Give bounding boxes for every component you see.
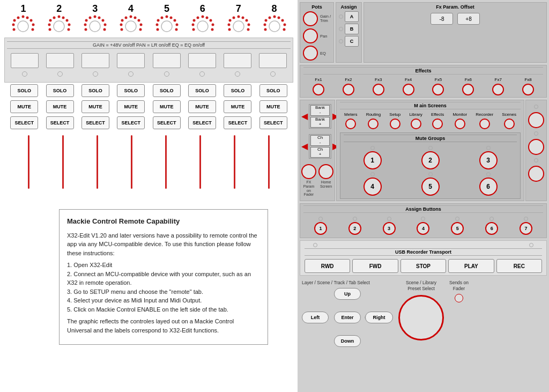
effect-fx4-knob[interactable]: [403, 84, 414, 95]
screen-setup-knob[interactable]: [390, 119, 400, 129]
transport-play-btn[interactable]: PLAY: [448, 259, 494, 273]
select-4[interactable]: SELECT: [117, 116, 145, 129]
fader-6[interactable]: [188, 53, 216, 68]
assign-a-btn[interactable]: A: [345, 11, 359, 22]
nav-enter-btn[interactable]: Enter: [334, 312, 361, 323]
assign-btn-6-knob[interactable]: 6: [485, 222, 498, 235]
solo-2[interactable]: SOLO: [46, 84, 74, 97]
solo-5[interactable]: SOLO: [153, 84, 181, 97]
mute-5[interactable]: MUTE: [153, 100, 181, 113]
effect-fx2-knob[interactable]: [343, 84, 354, 95]
transport-stop-btn[interactable]: STOP: [400, 259, 446, 273]
screen-routing-knob[interactable]: [368, 119, 379, 129]
mute-3[interactable]: MUTE: [81, 100, 109, 113]
select-7[interactable]: SELECT: [224, 116, 251, 129]
transport-fwd-btn[interactable]: FWD: [352, 259, 398, 273]
fader-1[interactable]: [11, 53, 39, 68]
assign-btn-1-knob[interactable]: 1: [314, 222, 327, 235]
effect-fx6-knob[interactable]: [462, 84, 474, 95]
fader-4[interactable]: [117, 53, 145, 68]
mute-8[interactable]: MUTE: [259, 100, 287, 113]
bank-minus-btn[interactable]: Bank-: [310, 105, 330, 116]
extra-knob-1[interactable]: [528, 112, 544, 128]
svg-point-27: [85, 19, 88, 21]
select-1[interactable]: SELECT: [10, 116, 38, 129]
svg-point-21: [94, 15, 97, 18]
fader-5[interactable]: [153, 53, 181, 68]
screen-monitor-knob[interactable]: [455, 119, 465, 129]
screen-scenes-knob[interactable]: [504, 119, 515, 129]
mute-7[interactable]: MUTE: [224, 100, 251, 113]
fx-offset-minus-btn[interactable]: -8: [431, 13, 453, 25]
ch-minus-btn[interactable]: Ch-: [310, 135, 330, 146]
mute-2-knob[interactable]: 2: [421, 151, 440, 169]
fader-2[interactable]: [46, 53, 74, 68]
fx-offset-plus-btn[interactable]: +8: [457, 13, 480, 25]
assign-btn-3-knob[interactable]: 3: [383, 222, 396, 235]
extra-knob-3[interactable]: [528, 166, 544, 182]
select-8[interactable]: SELECT: [259, 116, 287, 129]
mute-4[interactable]: MUTE: [117, 100, 145, 113]
screen-effects-knob[interactable]: [432, 119, 443, 129]
mute-1[interactable]: MUTE: [10, 100, 38, 113]
pot-gain-knob[interactable]: [303, 11, 318, 26]
effect-fx5-knob[interactable]: [432, 84, 444, 95]
pot-gain-label: Gain /Trim: [320, 14, 331, 24]
nav-right-btn[interactable]: Right: [365, 312, 393, 323]
select-3[interactable]: SELECT: [81, 116, 109, 129]
extra-knob-2[interactable]: [528, 139, 544, 155]
fader-8[interactable]: [259, 53, 287, 68]
select-5[interactable]: SELECT: [153, 116, 181, 129]
effect-fx1-knob[interactable]: [313, 84, 324, 95]
bank-plus-btn[interactable]: Bank+: [310, 117, 330, 128]
transport-rec-btn[interactable]: REC: [496, 259, 542, 273]
mute-4-knob[interactable]: 4: [363, 177, 382, 196]
solo-3[interactable]: SOLO: [81, 84, 109, 97]
bank-left-arrow[interactable]: ◀: [301, 112, 308, 121]
mute-6[interactable]: MUTE: [188, 100, 216, 113]
ch-plus-btn[interactable]: Ch+: [310, 147, 330, 158]
mute-1-knob[interactable]: 1: [363, 151, 382, 169]
solo-6[interactable]: SOLO: [188, 84, 216, 97]
transport-rwd-btn[interactable]: RWD: [305, 259, 350, 273]
svg-point-28: [89, 16, 92, 19]
mute-3-knob[interactable]: 3: [479, 151, 498, 169]
select-2[interactable]: SELECT: [46, 116, 74, 129]
mute-6-knob[interactable]: 6: [479, 177, 498, 196]
assign-btn-4-knob[interactable]: 4: [417, 222, 429, 235]
assign-btn-2-knob[interactable]: 2: [348, 222, 361, 235]
screen-library-knob[interactable]: [411, 119, 421, 129]
assign-btn-7-knob[interactable]: 7: [520, 222, 532, 235]
screen-recorder-knob[interactable]: [479, 119, 490, 129]
assign-c-btn[interactable]: C: [345, 36, 359, 47]
assign-btn-5-knob[interactable]: 5: [451, 222, 464, 235]
pot-pan-knob[interactable]: [303, 28, 318, 43]
solo-8[interactable]: SOLO: [259, 84, 287, 97]
effect-fx7-knob[interactable]: [492, 84, 504, 95]
fader-3[interactable]: [81, 53, 109, 68]
home-screen-knob[interactable]: [318, 164, 333, 179]
mute-groups-grid: 1 2 3 4 5: [344, 145, 517, 197]
nav-down-btn[interactable]: Down: [334, 335, 361, 347]
solo-4[interactable]: SOLO: [117, 84, 145, 97]
fx-param-fader-knob[interactable]: [301, 164, 316, 179]
mute-5-knob[interactable]: 5: [421, 177, 440, 196]
select-6[interactable]: SELECT: [188, 116, 216, 129]
mute-2[interactable]: MUTE: [46, 100, 74, 113]
effect-fx3-knob[interactable]: [373, 84, 384, 95]
ch-left-arrow[interactable]: ◀: [301, 142, 308, 151]
solo-7[interactable]: SOLO: [224, 84, 251, 97]
scene-library-knob[interactable]: [398, 295, 444, 341]
screen-meters-knob[interactable]: [345, 119, 356, 129]
fader-7[interactable]: [224, 53, 251, 68]
effect-fx8-knob[interactable]: [522, 84, 534, 95]
solo-1[interactable]: SOLO: [10, 84, 38, 97]
nav-left-btn[interactable]: Left: [302, 312, 329, 323]
nav-up-btn[interactable]: Up: [334, 288, 361, 300]
sends-fader-knob[interactable]: [455, 294, 463, 302]
assign-btn-4-dot: [421, 217, 425, 221]
effect-fx2-label: Fx2: [345, 77, 352, 82]
pot-eq-knob[interactable]: [303, 46, 318, 61]
assign-b-btn[interactable]: B: [345, 24, 359, 34]
screen-monitor: Monitor: [452, 112, 467, 129]
